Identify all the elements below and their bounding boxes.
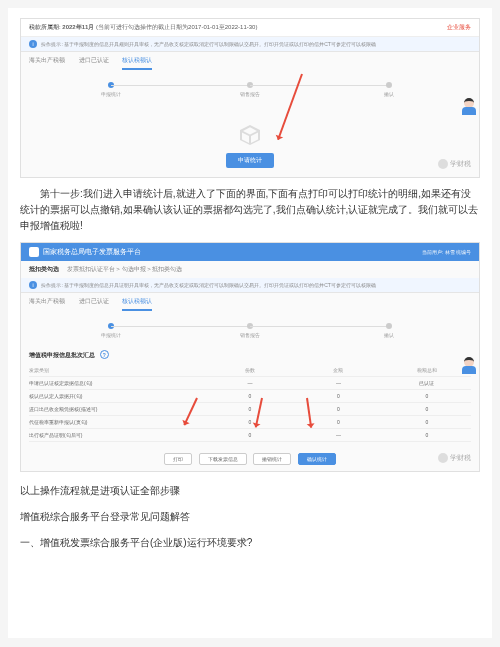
ss1-tab-1[interactable]: 进口已认证 <box>79 56 109 68</box>
ss2-step-1: 销售报告 <box>180 323 319 338</box>
footer-text: 以上操作流程就是进项认证全部步骤 增值税综合服务平台登录常见问题解答 一、增值税… <box>20 482 480 552</box>
ss1-tab-2[interactable]: 核认税额认 <box>122 56 152 70</box>
ss2-breadcrumb: 抵扣类勾选 发票抵扣认证平台 > 勾选申报 > 抵扣类勾选 <box>21 261 479 278</box>
table-header: 发票类别 份数 金额 税额总和 <box>29 364 471 377</box>
ss2-info-text: 基于申报制度的信息开具证明开具审核，无产品收支核定或取消定行可以制限确认交易开。… <box>64 282 376 288</box>
info-icon: i <box>29 281 37 289</box>
ss2-titlebar-right: 当前用户: 林雪 统编号 <box>422 249 471 255</box>
table-row: 出行核产品证明(勾后可)0—0 <box>29 429 471 442</box>
table-row: 核认已认定人票据开(勾)000 <box>29 390 471 403</box>
table-row: 进口出已收金额凭据核(描述可)000 <box>29 403 471 416</box>
assistant-avatar[interactable] <box>461 357 477 377</box>
ss1-placeholder <box>21 103 479 147</box>
ss2-steps: 申报统计 销售报告 撤认 <box>21 311 479 344</box>
ss1-right-link[interactable]: 企业服务 <box>447 23 471 32</box>
ss1-step-2: 撤认 <box>320 82 459 97</box>
cube-icon <box>238 123 262 147</box>
ss2-crumb-title: 抵扣类勾选 <box>29 266 59 272</box>
watermark-icon <box>438 453 448 463</box>
revoke-button[interactable]: 撤销统计 <box>253 453 291 465</box>
ss2-info-bar: i 操作提示: 基于申报制度的信息开具证明开具审核，无产品收支核定或取消定行可以… <box>21 278 479 293</box>
ss2-step-0: 申报统计 <box>41 323 180 338</box>
screenshot-step10: 企业服务 税款所属期: 2022年11月 (当前可进行勾选操作的截止日期为201… <box>20 18 480 178</box>
ss1-period-note: (当前可进行勾选操作的截止日期为2017-01-01至2022-11-30) <box>96 24 257 30</box>
ss1-steps: 申报统计 销售报告 撤认 <box>21 70 479 103</box>
apply-stats-button[interactable]: 申请统计 <box>226 153 274 168</box>
ss2-tab-1[interactable]: 进口已认证 <box>79 297 109 309</box>
gov-logo-icon <box>29 247 39 257</box>
footer-line1: 以上操作流程就是进项认证全部步骤 <box>20 482 480 500</box>
ss2-crumb-path: 发票抵扣认证平台 > 勾选申报 > 抵扣类勾选 <box>67 266 183 272</box>
ss1-header: 企业服务 税款所属期: 2022年11月 (当前可进行勾选操作的截止日期为201… <box>21 19 479 37</box>
ss2-tab-2[interactable]: 核认税额认 <box>122 297 152 311</box>
ss1-info-text: 基于申报制度的信息开具规则开具审核，无产品收支核定或取消定行可以制限确认交易开。… <box>64 41 376 47</box>
ss2-section-title: 增值税申报信息批次汇总 ? <box>21 344 479 364</box>
confirm-button[interactable]: 确认统计 <box>298 453 336 465</box>
download-button[interactable]: 下载发票信息 <box>199 453 247 465</box>
footer-line2: 增值税综合服务平台登录常见问题解答 <box>20 508 480 526</box>
table-row: 申请已认证核定票据信息(勾)——已认证 <box>29 377 471 390</box>
ss2-step-2: 撤认 <box>320 323 459 338</box>
ss1-tab-0[interactable]: 海关出产税额 <box>29 56 65 68</box>
help-icon[interactable]: ? <box>100 350 109 359</box>
screenshot-step11: 国家税务总局电子发票服务平台 当前用户: 林雪 统编号 抵扣类勾选 发票抵扣认证… <box>20 242 480 472</box>
ss1-period-label: 税款所属期: <box>29 24 61 30</box>
ss1-info-bar: i 操作提示: 基于申报制度的信息开具规则开具审核，无产品收支核定或取消定行可以… <box>21 37 479 52</box>
ss1-body: 申请统计 <box>21 103 479 178</box>
step11-paragraph: 第十一步:我们进入申请统计后,就进入了下面的界面,下面有点打印可以打印统计的明细… <box>20 186 480 234</box>
ss1-info-prefix: 操作提示: <box>41 41 62 47</box>
ss1-period-value: 2022年11月 <box>62 24 94 30</box>
ss2-watermark: 学财税 <box>438 453 471 463</box>
table-row: 代征税率重新申报认(页勾)000 <box>29 416 471 429</box>
ss2-title: 国家税务总局电子发票服务平台 <box>43 247 141 257</box>
ss2-tab-0[interactable]: 海关出产税额 <box>29 297 65 309</box>
info-icon: i <box>29 40 37 48</box>
assistant-avatar[interactable] <box>461 98 477 118</box>
watermark-icon <box>438 159 448 169</box>
ss1-tabs: 海关出产税额 进口已认证 核认税额认 <box>21 52 479 70</box>
ss2-info-prefix: 操作提示: <box>41 282 62 288</box>
ss2-button-row: 打印 下载发票信息 撤销统计 确认统计 <box>21 442 479 469</box>
ss1-step-0: 申报统计 <box>41 82 180 97</box>
ss1-watermark: 学财税 <box>438 159 471 169</box>
ss2-tabs: 海关出产税额 进口已认证 核认税额认 <box>21 293 479 311</box>
footer-line3: 一、增值税发票综合服务平台(企业版)运行环境要求? <box>20 534 480 552</box>
ss2-titlebar: 国家税务总局电子发票服务平台 当前用户: 林雪 统编号 <box>21 243 479 261</box>
print-button[interactable]: 打印 <box>164 453 192 465</box>
